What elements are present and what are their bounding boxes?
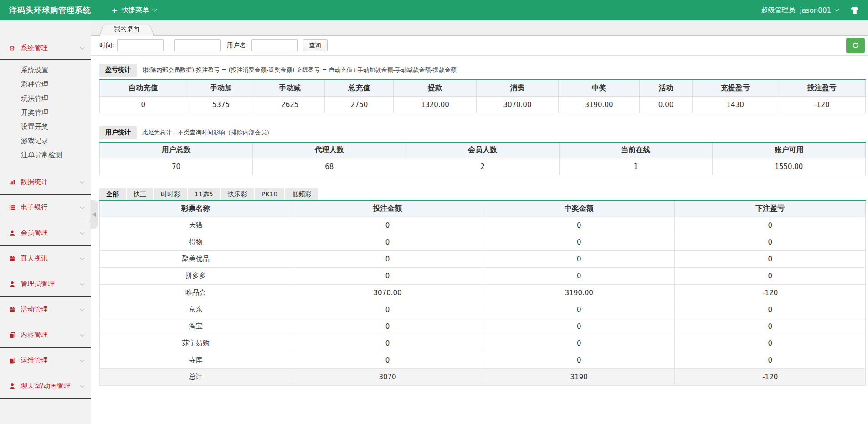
table-row: 京东 0 0 0 xyxy=(100,301,866,318)
chevron-down-icon xyxy=(80,307,85,311)
refresh-button[interactable] xyxy=(846,38,865,53)
user-section-title: 用户统计 xyxy=(99,126,137,139)
profit-section-note: (排除内部会员数据) 投注盈亏 = (投注消费金额-返奖金额) 充提盈亏 = 自… xyxy=(142,66,457,74)
chevron-down-icon xyxy=(80,230,85,235)
sidebar-group-chatroom-animation-management[interactable]: 聊天室/动画管理 xyxy=(0,373,91,399)
cell-bet: 0 xyxy=(292,335,483,352)
sidebar-group-label: 系统管理 xyxy=(21,44,77,52)
username-input[interactable] xyxy=(251,39,298,51)
cell-win: 0 xyxy=(483,267,675,284)
col-header: 提款 xyxy=(394,80,477,96)
sidebar-item-lottery-type-management[interactable]: 彩种管理 xyxy=(0,77,91,92)
sidebar-group-label: 运维管理 xyxy=(21,356,77,365)
cell-lottery-name: 总计 xyxy=(100,368,292,385)
cell-pl: 0 xyxy=(675,335,866,352)
cell-pl: 0 xyxy=(675,217,866,234)
lottery-stats-table: 彩票名称 投注金额 中奖金额 下注盈亏 天猫 0 0 0 得物 0 0 0 xyxy=(99,200,866,386)
chevron-down-icon xyxy=(80,255,85,260)
cell-value: 1 xyxy=(559,158,712,175)
sidebar-item-abnormal-bet-detection[interactable]: 注单异常检测 xyxy=(0,148,91,162)
col-header: 用户总数 xyxy=(100,142,253,158)
admin-user-icon xyxy=(8,383,16,389)
sidebar-group-admin-management[interactable]: 管理员管理 xyxy=(0,271,91,297)
time-to-input[interactable] xyxy=(174,39,221,51)
user-menu-button[interactable]: 超级管理员 jason001 xyxy=(761,6,839,15)
cell-win: 0 xyxy=(483,318,675,335)
query-button[interactable]: 查询 xyxy=(303,39,328,51)
theme-shirt-icon[interactable] xyxy=(850,6,859,15)
time-from-input[interactable] xyxy=(117,39,164,51)
sidebar-group-member-management[interactable]: 会员管理 xyxy=(0,220,91,246)
tab-my-desktop[interactable]: 我的桌面 xyxy=(99,23,154,36)
profit-section-title: 盈亏统计 xyxy=(99,64,137,77)
cell-value: 70 xyxy=(100,158,253,175)
tab-11xuan5[interactable]: 11选5 xyxy=(188,188,220,200)
cell-win: 0 xyxy=(483,250,675,267)
cell-win: 3190.00 xyxy=(483,284,675,301)
sidebar-item-set-draw[interactable]: 设置开奖 xyxy=(0,120,91,134)
sidebar-item-play-method-management[interactable]: 玩法管理 xyxy=(0,92,91,106)
tab-pk10[interactable]: PK10 xyxy=(255,188,284,200)
chevron-down-icon xyxy=(80,45,85,50)
app-title: 洋码头环球购管理系统 xyxy=(9,5,91,15)
quick-menu-button[interactable]: ＋ 快捷菜单 xyxy=(110,5,156,16)
col-header: 总充值 xyxy=(325,80,394,96)
col-header: 中奖金额 xyxy=(483,200,675,217)
gear-icon: ⚙ xyxy=(8,45,16,52)
tab-shishicai[interactable]: 时时彩 xyxy=(154,188,187,200)
bar-chart-icon xyxy=(8,179,16,185)
col-header: 消费 xyxy=(477,80,559,96)
tab-all[interactable]: 全部 xyxy=(99,188,126,200)
cell-pl: 0 xyxy=(675,250,866,267)
sidebar-collapse-handle[interactable] xyxy=(90,200,98,229)
plus-icon: ＋ xyxy=(110,5,118,16)
col-header: 下注盈亏 xyxy=(675,200,866,217)
sidebar-group-e-bank[interactable]: 电子银行 xyxy=(0,195,91,220)
search-toolbar: 时间: - 用户名: 查询 xyxy=(91,36,868,56)
pages-icon xyxy=(8,332,16,338)
sidebar-item-game-records[interactable]: 游戏记录 xyxy=(0,134,91,148)
time-label: 时间: xyxy=(99,41,114,50)
cell-value: 2625 xyxy=(255,96,325,113)
sidebar-group-ops-management[interactable]: 运维管理 xyxy=(0,348,91,373)
page-tab-bar: 我的桌面 xyxy=(91,20,868,36)
tab-kuai3[interactable]: 快三 xyxy=(127,188,153,200)
table-value-row: 0 5375 2625 2750 1320.00 3070.00 3190.00… xyxy=(100,96,866,113)
table-row: 苏宁易购 0 0 0 xyxy=(100,335,866,352)
tab-label: 我的桌面 xyxy=(114,25,139,33)
sidebar-item-system-settings[interactable]: 系统设置 xyxy=(0,63,91,77)
tab-dipincai[interactable]: 低频彩 xyxy=(285,188,318,200)
system-management-submenu: 系统设置 彩种管理 玩法管理 开奖管理 设置开奖 游戏记录 注单异常检测 xyxy=(0,60,91,169)
user-section-note: 此处为总计，不受查询时间影响（排除内部会员） xyxy=(142,128,272,137)
cell-value: 3190.00 xyxy=(558,96,639,113)
cell-value: 2 xyxy=(406,158,559,175)
cell-lottery-name: 淘宝 xyxy=(100,318,292,335)
table-header-row: 自动充值 手动加 手动减 总充值 提款 消费 中奖 活动 充提盈亏 投注盈亏 xyxy=(100,80,866,96)
col-header: 充提盈亏 xyxy=(693,80,778,96)
sidebar-group-data-statistics[interactable]: 数据统计 xyxy=(0,169,91,195)
table-row: 淘宝 0 0 0 xyxy=(100,318,866,335)
sidebar: ⚙ 系统管理 系统设置 彩种管理 玩法管理 开奖管理 设置开奖 游戏记录 注单异… xyxy=(0,20,91,424)
chevron-down-icon xyxy=(80,332,85,337)
col-header: 手动减 xyxy=(255,80,325,96)
table-header-row: 用户总数 代理人数 会员人数 当前在线 账户可用 xyxy=(100,142,866,158)
sidebar-group-label: 数据统计 xyxy=(21,178,77,186)
sidebar-group-content-management[interactable]: 内容管理 xyxy=(0,322,91,348)
tab-kuailecai[interactable]: 快乐彩 xyxy=(221,188,254,200)
user-name: jason001 xyxy=(800,6,832,15)
sidebar-item-draw-management[interactable]: 开奖管理 xyxy=(0,106,91,120)
col-header: 账户可用 xyxy=(712,142,865,158)
sidebar-group-system-management[interactable]: ⚙ 系统管理 xyxy=(0,37,91,60)
lottery-category-tabs: 全部 快三 时时彩 11选5 快乐彩 PK10 低频彩 xyxy=(99,188,866,200)
main-area: 我的桌面 时间: - 用户名: 查询 盈亏统计 (排除内 xyxy=(91,20,868,424)
table-row: 得物 0 0 0 xyxy=(100,234,866,250)
sidebar-group-label: 真人视讯 xyxy=(21,254,77,263)
chevron-down-icon xyxy=(80,358,85,362)
sidebar-group-live-video[interactable]: 真人视讯 xyxy=(0,246,91,271)
cell-bet: 0 xyxy=(292,318,483,335)
sidebar-group-activity-management[interactable]: 活动管理 xyxy=(0,297,91,322)
cell-value: 1550.00 xyxy=(712,158,865,175)
sidebar-group-label: 活动管理 xyxy=(21,305,77,314)
user-icon xyxy=(8,230,16,236)
cell-win: 0 xyxy=(483,301,675,318)
